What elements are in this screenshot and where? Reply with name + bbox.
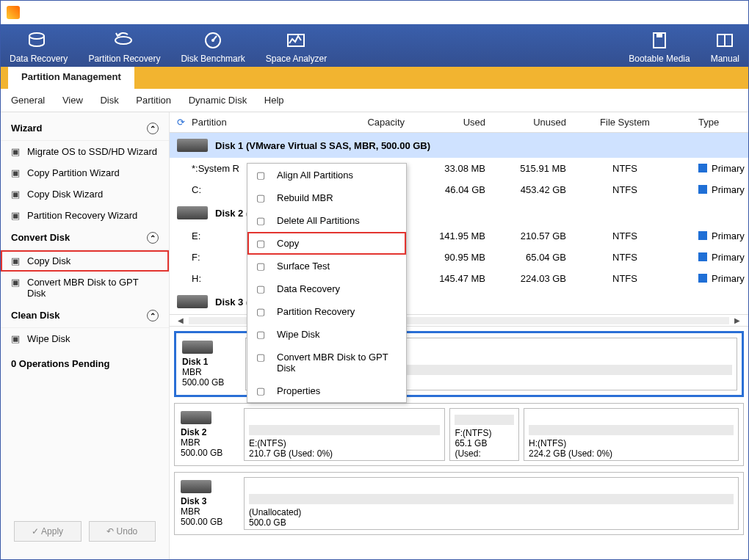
menu-help[interactable]: Help <box>264 95 284 106</box>
color-square-icon <box>698 274 707 283</box>
column-headers: ⟳ Partition Capacity Used Unused File Sy… <box>170 112 748 133</box>
sidebar-header-convert[interactable]: Convert Disk⌃ <box>1 226 169 250</box>
menu-item-icon: ▢ <box>256 261 268 272</box>
maximize-icon[interactable]: ▢ <box>706 7 720 18</box>
col-capacity[interactable]: Capacity <box>324 117 405 128</box>
svg-rect-6 <box>656 33 662 37</box>
sidebar-item[interactable]: ▣Migrate OS to SSD/HD Wizard <box>1 141 169 162</box>
action-icon: ▣ <box>11 210 21 220</box>
menu-item-icon: ▢ <box>256 192 268 203</box>
context-menu-item[interactable]: ▢Surface Test <box>247 255 406 277</box>
sidebar-item[interactable]: ▣Copy Partition Wizard <box>1 162 169 183</box>
disk-icon <box>177 139 208 152</box>
disk-map-3[interactable]: Disk 3 MBR 500.00 GB (Unallocated)500.0 … <box>174 472 744 535</box>
undo-button[interactable]: ↶ Undo <box>89 521 156 542</box>
color-square-icon <box>698 231 707 240</box>
menu-item-icon: ▢ <box>256 215 268 226</box>
bootable-media-button[interactable]: Bootable Media <box>629 30 690 64</box>
context-menu-item[interactable]: ▢Rebuild MBR <box>247 186 406 209</box>
menu-item-icon: ▢ <box>256 306 268 317</box>
menu-item-icon: ▢ <box>256 283 268 294</box>
disk-benchmark-button[interactable]: Disk Benchmark <box>181 30 245 64</box>
menu-icon[interactable]: ≡ <box>660 7 673 18</box>
svg-point-0 <box>29 33 44 39</box>
svg-point-3 <box>211 39 214 42</box>
sidebar-header-wizard[interactable]: Wizard⌃ <box>1 117 169 141</box>
sidebar-item[interactable]: ▣Partition Recovery Wizard <box>1 205 169 226</box>
data-recovery-button[interactable]: Data Recovery <box>10 30 68 64</box>
partition-recovery-button[interactable]: Partition Recovery <box>88 30 160 64</box>
menu-bar: General View Disk Partition Dynamic Disk… <box>1 89 748 112</box>
menu-disk[interactable]: Disk <box>100 95 118 106</box>
menu-item-icon: ▢ <box>256 385 268 396</box>
disk-icon <box>182 341 213 354</box>
menu-item-icon: ▢ <box>256 329 268 340</box>
menu-item-icon: ▢ <box>256 238 268 249</box>
space-analyzer-button[interactable]: Space Analyzer <box>266 30 327 64</box>
tab-partition-management[interactable]: Partition Management <box>8 67 134 89</box>
app-logo-icon <box>7 6 20 19</box>
disk-icon <box>181 480 211 493</box>
disk-icon <box>181 411 211 424</box>
chevron-up-icon: ⌃ <box>147 232 159 244</box>
sidebar: Wizard⌃ ▣Migrate OS to SSD/HD Wizard▣Cop… <box>1 112 170 559</box>
menu-partition[interactable]: Partition <box>136 95 171 106</box>
sidebar-header-clean[interactable]: Clean Disk⌃ <box>1 304 169 328</box>
chevron-up-icon: ⌃ <box>147 123 159 134</box>
menu-view[interactable]: View <box>62 95 83 106</box>
window-title: MiniTool Partition Wizard Pro Ultimate 1… <box>26 7 653 18</box>
color-square-icon <box>698 185 707 194</box>
operations-pending: 0 Operations Pending <box>1 349 169 378</box>
close-icon[interactable]: ✕ <box>729 7 742 18</box>
col-filesystem[interactable]: File System <box>566 117 684 128</box>
col-used[interactable]: Used <box>405 117 485 128</box>
scroll-left-icon[interactable]: ◀ <box>176 316 186 324</box>
menu-item-icon: ▢ <box>256 352 268 363</box>
context-menu-item[interactable]: ▢Data Recovery <box>247 277 406 300</box>
disk-icon <box>177 206 208 219</box>
menu-general[interactable]: General <box>11 95 45 106</box>
scroll-right-icon[interactable]: ▶ <box>732 316 742 324</box>
col-type[interactable]: Type <box>684 117 748 128</box>
context-menu-item[interactable]: ▢Copy <box>247 232 406 255</box>
action-icon: ▣ <box>11 189 21 199</box>
color-square-icon <box>698 164 707 172</box>
color-square-icon <box>698 252 707 261</box>
refresh-icon[interactable]: ⟳ <box>170 117 192 128</box>
action-icon: ▣ <box>11 167 21 178</box>
sidebar-item[interactable]: ▣Convert MBR Disk to GPT Disk <box>1 272 169 304</box>
minimize-icon[interactable]: — <box>683 7 696 18</box>
col-partition[interactable]: Partition <box>192 117 324 128</box>
disk-icon <box>177 295 208 308</box>
context-menu-item[interactable]: ▢Wipe Disk <box>247 323 406 346</box>
context-menu: ▢Align All Partitions▢Rebuild MBR▢Delete… <box>247 163 407 403</box>
context-menu-item[interactable]: ▢Delete All Partitions <box>247 209 406 232</box>
context-menu-item[interactable]: ▢Align All Partitions <box>247 164 406 186</box>
tab-strip: Partition Management <box>1 67 748 89</box>
chevron-up-icon: ⌃ <box>147 310 159 321</box>
apply-button[interactable]: ✓ Apply <box>14 521 82 542</box>
sidebar-item[interactable]: ▣Copy Disk <box>1 250 169 272</box>
action-icon: ▣ <box>11 277 21 287</box>
context-menu-item[interactable]: ▢Properties <box>247 379 406 402</box>
action-icon: ▣ <box>11 146 21 156</box>
svg-point-1 <box>115 37 131 44</box>
col-unused[interactable]: Unused <box>485 117 566 128</box>
context-menu-item[interactable]: ▢Convert MBR Disk to GPT Disk <box>247 346 406 379</box>
action-icon: ▣ <box>11 333 21 343</box>
sidebar-item[interactable]: ▣Wipe Disk <box>1 328 169 349</box>
menu-item-icon: ▢ <box>256 170 268 181</box>
disk-map-2[interactable]: Disk 2 MBR 500.00 GB E:(NTFS)210.7 GB (U… <box>174 403 744 466</box>
menu-dynamic-disk[interactable]: Dynamic Disk <box>189 95 247 106</box>
manual-button[interactable]: Manual <box>711 30 739 64</box>
action-icon: ▣ <box>11 255 21 266</box>
disk-header[interactable]: Disk 1 (VMware Virtual S SAS, MBR, 500.0… <box>170 133 748 158</box>
sidebar-item[interactable]: ▣Copy Disk Wizard <box>1 183 169 205</box>
context-menu-item[interactable]: ▢Partition Recovery <box>247 300 406 323</box>
title-bar: MiniTool Partition Wizard Pro Ultimate 1… <box>1 1 748 24</box>
primary-toolbar: Data Recovery Partition Recovery Disk Be… <box>1 24 748 67</box>
